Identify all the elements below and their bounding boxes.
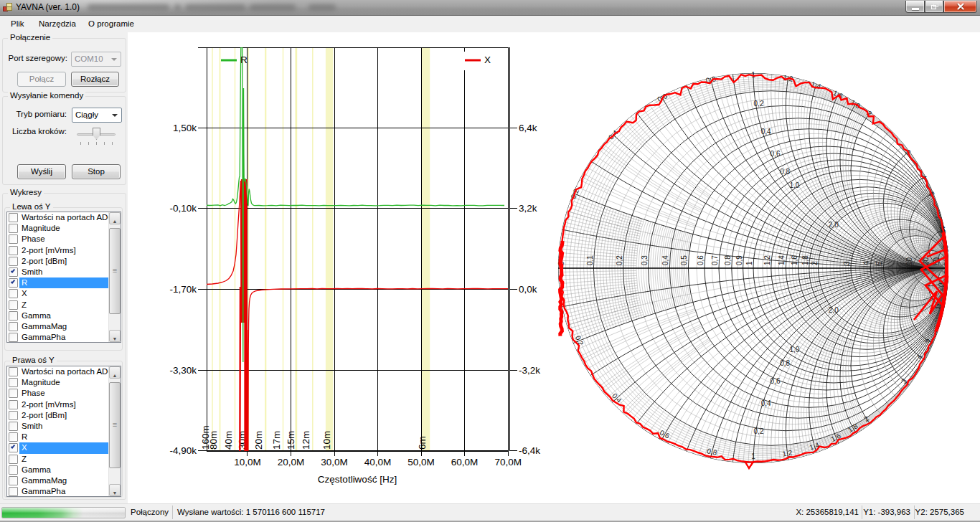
svg-text:-6,4k: -6,4k	[519, 445, 540, 456]
svg-text:0,9: 0,9	[735, 255, 743, 265]
svg-text:1,0: 1,0	[789, 181, 799, 189]
svg-text:5: 5	[875, 261, 883, 265]
svg-text:3,2k: 3,2k	[519, 203, 537, 214]
svg-text:1,8: 1,8	[801, 255, 809, 265]
svg-text:0,8: 0,8	[724, 255, 732, 265]
svg-text:1,2: 1,2	[763, 255, 771, 265]
svg-text:1: 1	[751, 452, 755, 460]
svg-text:20,0M: 20,0M	[278, 457, 305, 468]
svg-text:0,4: 0,4	[761, 128, 771, 136]
svg-text:10: 10	[905, 257, 913, 265]
svg-text:-4,90k: -4,90k	[169, 445, 197, 456]
svg-text:0,2: 0,2	[754, 427, 764, 435]
svg-text:10m: 10m	[321, 431, 332, 450]
svg-text:0,6: 0,6	[771, 377, 781, 385]
svg-text:1,4: 1,4	[778, 255, 786, 265]
svg-text:3: 3	[843, 261, 851, 265]
svg-text:2,0: 2,0	[829, 221, 839, 229]
svg-text:-3,2k: -3,2k	[519, 365, 540, 376]
svg-text:0,1: 0,1	[586, 255, 594, 265]
svg-text:20m: 20m	[253, 431, 264, 450]
svg-text:0,7: 0,7	[711, 255, 719, 265]
svg-text:-1,70k: -1,70k	[169, 284, 197, 295]
svg-text:0,6: 0,6	[771, 150, 781, 158]
svg-text:2: 2	[811, 261, 819, 265]
svg-text:6m: 6m	[417, 436, 428, 450]
svg-text:60,0M: 60,0M	[451, 457, 479, 468]
svg-text:80m: 80m	[208, 431, 219, 450]
svg-text:50,0M: 50,0M	[407, 457, 435, 468]
svg-text:30,0M: 30,0M	[321, 457, 348, 468]
svg-text:1: 1	[745, 261, 753, 265]
svg-text:1,6: 1,6	[791, 255, 798, 265]
svg-text:-0,10k: -0,10k	[169, 203, 197, 214]
svg-text:0,2: 0,2	[616, 255, 623, 265]
svg-text:Częstotliwość [Hz]: Częstotliwość [Hz]	[318, 474, 397, 485]
svg-text:0,4: 0,4	[761, 399, 771, 407]
svg-text:4: 4	[862, 261, 870, 265]
svg-text:0,8: 0,8	[780, 168, 790, 176]
svg-text:2,0: 2,0	[829, 306, 839, 314]
svg-text:1,0: 1,0	[789, 346, 799, 353]
svg-text:0,5: 0,5	[680, 255, 688, 265]
svg-text:6,4k: 6,4k	[519, 123, 537, 133]
svg-text:40,0M: 40,0M	[364, 457, 392, 468]
svg-text:0,0k: 0,0k	[519, 284, 537, 295]
svg-text:0,2: 0,2	[754, 100, 764, 108]
svg-text:1,50k: 1,50k	[173, 123, 197, 133]
svg-text:12m: 12m	[301, 431, 311, 450]
svg-text:0,6: 0,6	[697, 255, 705, 265]
svg-text:0,8: 0,8	[780, 359, 790, 367]
svg-text:-3,30k: -3,30k	[169, 365, 197, 376]
svg-text:0,4: 0,4	[661, 255, 669, 265]
svg-text:0,3: 0,3	[641, 255, 649, 265]
svg-text:70,0M: 70,0M	[494, 457, 522, 468]
svg-text:40m: 40m	[223, 431, 234, 450]
svg-text:15m: 15m	[286, 431, 296, 450]
svg-text:X: X	[484, 54, 491, 65]
svg-text:17m: 17m	[271, 431, 282, 450]
svg-text:R: R	[240, 54, 248, 65]
svg-text:10,0M: 10,0M	[234, 457, 261, 468]
